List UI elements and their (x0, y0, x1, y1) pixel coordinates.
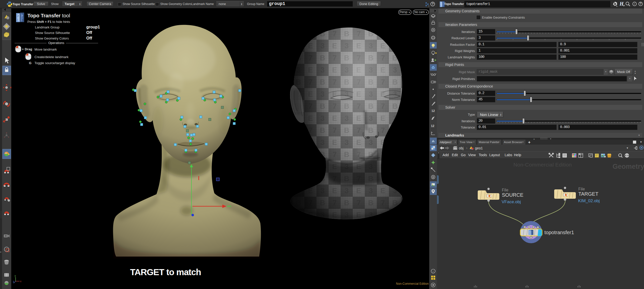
svg-text:SOURCE: SOURCE (502, 192, 524, 198)
svg-text:KIM_02.obj: KIM_02.obj (578, 198, 600, 203)
svg-text:12: 12 (431, 109, 435, 113)
svg-text:TARGET: TARGET (578, 191, 598, 197)
svg-text:topotransfer1: topotransfer1 (544, 230, 574, 235)
svg-text:x: x (20, 280, 21, 283)
svg-text:VFace.obj: VFace.obj (502, 199, 521, 204)
svg-text:i: i (433, 270, 433, 273)
svg-text:12: 12 (431, 124, 434, 128)
svg-text:File: File (502, 188, 508, 192)
svg-text:File: File (578, 187, 585, 191)
svg-text:z: z (13, 280, 14, 283)
svg-text:y: y (15, 274, 16, 277)
